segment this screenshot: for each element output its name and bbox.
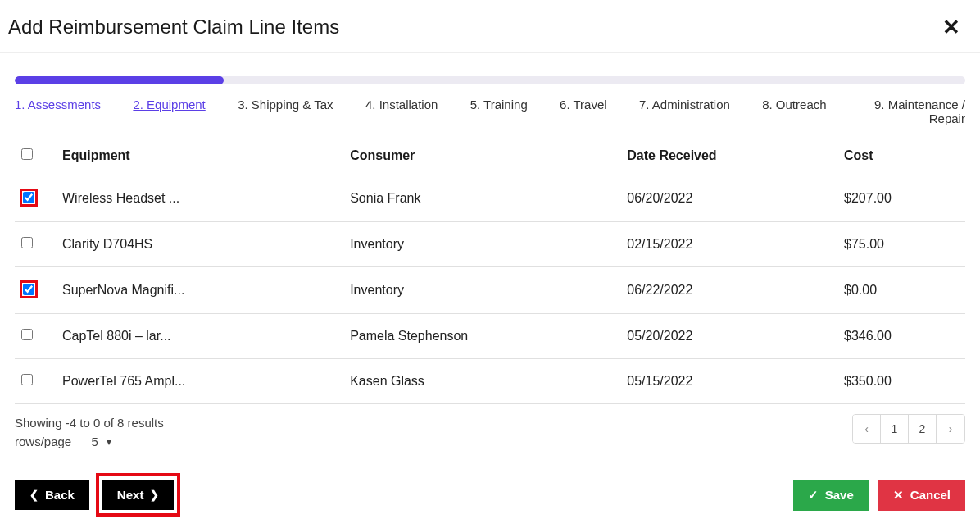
next-button-highlight: Next ❯ — [99, 476, 178, 513]
check-icon: ✓ — [808, 488, 819, 503]
page-next[interactable]: › — [937, 415, 964, 443]
action-bar: ❮ Back Next ❯ ✓ Save ✕ Cancel — [0, 476, 980, 513]
row-checkbox[interactable] — [21, 374, 33, 385]
step-tabs: 1. Assessments2. Equipment3. Shipping & … — [0, 91, 980, 140]
rows-per-page-label: rows/page — [15, 433, 71, 452]
row-date: 05/15/2022 — [620, 359, 837, 404]
table-row: SuperNova Magnifi...Inventory06/22/2022$… — [15, 267, 965, 314]
row-cost: $207.00 — [837, 175, 965, 222]
dialog-title: Add Reimbursement Claim Line Items — [8, 16, 339, 39]
step-tab[interactable]: 7. Administration — [639, 98, 730, 125]
chevron-right-icon: ❯ — [150, 489, 159, 501]
checkbox-highlight — [21, 190, 36, 205]
row-consumer: Inventory — [343, 222, 620, 267]
col-equipment: Equipment — [56, 140, 343, 175]
rows-per-page-value: 5 — [91, 433, 98, 452]
row-consumer: Inventory — [343, 267, 620, 314]
row-equipment: PowerTel 765 Ampl... — [56, 359, 343, 404]
row-checkbox[interactable] — [21, 237, 33, 248]
row-checkbox[interactable] — [23, 192, 34, 203]
progress-bar — [15, 76, 965, 84]
row-date: 06/22/2022 — [620, 267, 837, 314]
row-cost: $75.00 — [837, 222, 965, 267]
line-items-table: Equipment Consumer Date Received Cost Wi… — [15, 140, 965, 404]
row-select-cell — [15, 267, 56, 314]
table-row: Wireless Headset ...Sonia Frank06/20/202… — [15, 175, 965, 222]
row-date: 05/20/2022 — [620, 314, 837, 359]
chevron-down-icon: ▾ — [107, 435, 111, 449]
table-row: CapTel 880i – lar...Pamela Stephenson05/… — [15, 314, 965, 359]
page-prev[interactable]: ‹ — [853, 415, 881, 443]
row-equipment: Wireless Headset ... — [56, 175, 343, 222]
step-tab[interactable]: 6. Travel — [560, 98, 607, 125]
row-consumer: Kasen Glass — [343, 359, 620, 404]
step-tab[interactable]: 3. Shipping & Tax — [238, 98, 333, 125]
row-equipment: SuperNova Magnifi... — [56, 267, 343, 314]
row-equipment: Clarity D704HS — [56, 222, 343, 267]
col-consumer: Consumer — [343, 140, 620, 175]
dialog-header: Add Reimbursement Claim Line Items ✕ — [0, 0, 980, 53]
row-select-cell — [15, 222, 56, 267]
row-cost: $350.00 — [837, 359, 965, 404]
row-select-cell — [15, 314, 56, 359]
row-select-cell — [15, 175, 56, 222]
row-date: 06/20/2022 — [620, 175, 837, 222]
back-button[interactable]: ❮ Back — [15, 480, 89, 510]
table-footer: Showing -4 to 0 of 8 results rows/page 5… — [0, 404, 980, 454]
checkbox-highlight — [21, 282, 36, 297]
step-tab[interactable]: 5. Training — [470, 98, 528, 125]
col-date-received: Date Received — [620, 140, 837, 175]
row-checkbox[interactable] — [23, 284, 34, 295]
chevron-left-icon: ❮ — [29, 489, 39, 501]
save-button[interactable]: ✓ Save — [793, 480, 869, 511]
select-all-checkbox[interactable] — [21, 148, 33, 160]
row-equipment: CapTel 880i – lar... — [56, 314, 343, 359]
row-cost: $346.00 — [837, 314, 965, 359]
next-button-label: Next — [117, 488, 144, 502]
col-cost: Cost — [837, 140, 965, 175]
row-consumer: Pamela Stephenson — [343, 314, 620, 359]
table-row: Clarity D704HSInventory02/15/2022$75.00 — [15, 222, 965, 267]
pagination: ‹12› — [852, 414, 965, 444]
row-checkbox[interactable] — [21, 329, 33, 340]
save-button-label: Save — [825, 488, 854, 502]
cancel-button[interactable]: ✕ Cancel — [878, 480, 965, 511]
row-consumer: Sonia Frank — [343, 175, 620, 222]
select-all-cell — [15, 140, 56, 175]
row-date: 02/15/2022 — [620, 222, 837, 267]
progress-fill — [15, 76, 224, 84]
row-select-cell — [15, 359, 56, 404]
step-tab[interactable]: 9. Maintenance / Repair — [859, 98, 965, 125]
rows-per-page-select[interactable]: rows/page 5 ▾ — [15, 433, 111, 452]
page-number-1[interactable]: 1 — [881, 415, 909, 443]
next-button[interactable]: Next ❯ — [102, 480, 175, 510]
cancel-button-label: Cancel — [910, 488, 951, 502]
step-tab[interactable]: 1. Assessments — [15, 98, 101, 125]
row-cost: $0.00 — [837, 267, 965, 314]
results-summary: Showing -4 to 0 of 8 results rows/page 5… — [15, 414, 164, 451]
table-row: PowerTel 765 Ampl...Kasen Glass05/15/202… — [15, 359, 965, 404]
results-count: Showing -4 to 0 of 8 results — [15, 414, 164, 433]
step-tab[interactable]: 2. Equipment — [133, 98, 205, 125]
page-number-2[interactable]: 2 — [909, 415, 937, 443]
step-tab[interactable]: 4. Installation — [365, 98, 438, 125]
x-icon: ✕ — [893, 488, 904, 503]
back-button-label: Back — [45, 488, 75, 502]
step-tab[interactable]: 8. Outreach — [762, 98, 826, 125]
close-icon[interactable]: ✕ — [937, 15, 965, 39]
